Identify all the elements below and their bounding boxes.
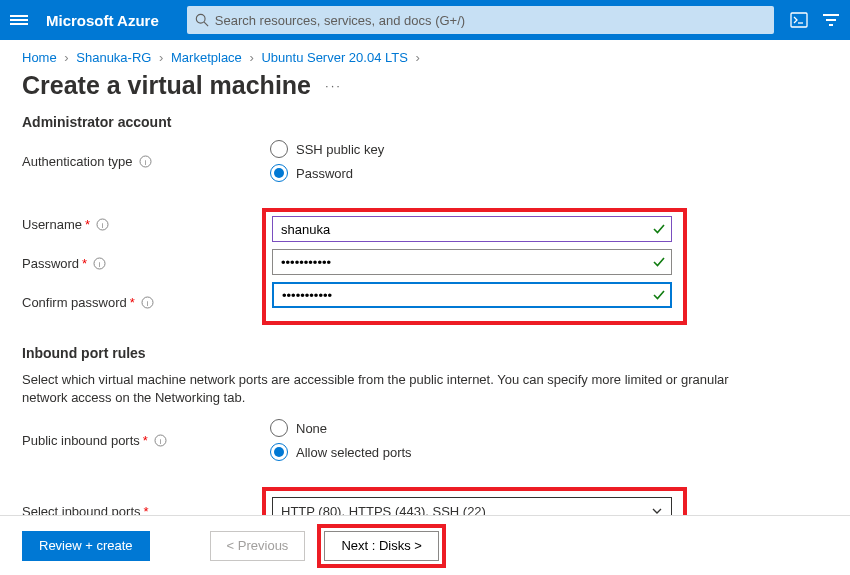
valid-check-icon [652, 222, 666, 236]
auth-password-radio[interactable]: Password [270, 164, 384, 182]
svg-rect-5 [826, 19, 836, 21]
info-icon[interactable]: i [141, 296, 154, 309]
auth-ssh-radio[interactable]: SSH public key [270, 140, 384, 158]
wizard-footer: Review + create < Previous Next : Disks … [0, 515, 850, 575]
next-button-highlight: Next : Disks > [317, 524, 446, 568]
svg-text:i: i [102, 221, 104, 230]
valid-check-icon [652, 255, 666, 269]
public-ports-row: Public inbound ports* i None Allow selec… [22, 419, 828, 461]
public-ports-label: Public inbound ports [22, 433, 140, 448]
section-admin-title: Administrator account [22, 114, 828, 130]
ports-description: Select which virtual machine network por… [22, 371, 742, 407]
search-placeholder: Search resources, services, and docs (G+… [215, 13, 465, 28]
svg-line-1 [204, 22, 208, 26]
next-disks-button[interactable]: Next : Disks > [324, 531, 439, 561]
svg-rect-6 [829, 24, 833, 26]
azure-top-bar: Microsoft Azure Search resources, servic… [0, 0, 850, 40]
section-ports-title: Inbound port rules [22, 345, 828, 361]
username-label: Username [22, 217, 82, 232]
auth-password-label: Password [296, 166, 353, 181]
search-icon [195, 13, 209, 27]
svg-text:i: i [159, 436, 161, 445]
breadcrumb-rg[interactable]: Shanuka-RG [76, 50, 151, 65]
brand-label: Microsoft Azure [46, 12, 159, 29]
info-icon[interactable]: i [93, 257, 106, 270]
info-icon[interactable]: i [96, 218, 109, 231]
svg-text:i: i [146, 299, 148, 308]
auth-type-row: Authentication type i SSH public key Pas… [22, 140, 828, 182]
svg-rect-4 [823, 14, 839, 16]
menu-icon[interactable] [10, 13, 28, 27]
cloud-shell-icon[interactable] [790, 11, 808, 29]
chevron-right-icon: › [416, 50, 420, 65]
page-title-row: Create a virtual machine ··· [0, 69, 850, 114]
ports-none-label: None [296, 421, 327, 436]
ports-allow-label: Allow selected ports [296, 445, 412, 460]
auth-type-label: Authentication type [22, 154, 133, 169]
breadcrumb-home[interactable]: Home [22, 50, 57, 65]
top-icon-group [790, 11, 840, 29]
credentials-highlight [262, 208, 687, 325]
breadcrumb: Home › Shanuka-RG › Marketplace › Ubuntu… [0, 40, 850, 69]
auth-ssh-label: SSH public key [296, 142, 384, 157]
page-title: Create a virtual machine [22, 71, 311, 100]
form-content: Administrator account Authentication typ… [0, 114, 850, 575]
global-search[interactable]: Search resources, services, and docs (G+… [187, 6, 774, 34]
info-icon[interactable]: i [139, 155, 152, 168]
password-input[interactable] [272, 249, 672, 275]
svg-point-0 [196, 14, 205, 23]
breadcrumb-marketplace[interactable]: Marketplace [171, 50, 242, 65]
username-input[interactable] [272, 216, 672, 242]
filter-icon[interactable] [822, 11, 840, 29]
ports-allow-radio[interactable]: Allow selected ports [270, 443, 412, 461]
svg-text:i: i [99, 260, 101, 269]
confirm-password-label: Confirm password [22, 295, 127, 310]
previous-button: < Previous [210, 531, 306, 561]
confirm-password-input[interactable] [272, 282, 672, 308]
svg-rect-2 [791, 13, 807, 27]
chevron-right-icon: › [249, 50, 253, 65]
info-icon[interactable]: i [154, 434, 167, 447]
chevron-right-icon: › [64, 50, 68, 65]
valid-check-icon [652, 288, 666, 302]
ports-none-radio[interactable]: None [270, 419, 412, 437]
svg-text:i: i [144, 157, 146, 166]
review-create-button[interactable]: Review + create [22, 531, 150, 561]
breadcrumb-offer[interactable]: Ubuntu Server 20.04 LTS [261, 50, 407, 65]
password-label: Password [22, 256, 79, 271]
more-actions-icon[interactable]: ··· [325, 78, 342, 93]
chevron-right-icon: › [159, 50, 163, 65]
